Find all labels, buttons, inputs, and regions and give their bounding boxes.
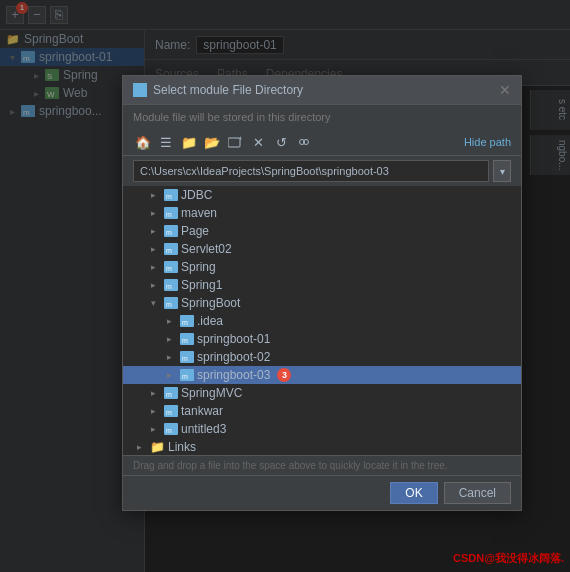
- tree-label-springboot02: springboot-02: [197, 350, 270, 364]
- tree-item-jdbc[interactable]: ▸ m JDBC: [123, 186, 521, 204]
- cancel-button[interactable]: Cancel: [444, 482, 511, 504]
- path-input-row: ▾: [123, 156, 521, 186]
- chevron-right-icon: ▸: [151, 208, 161, 218]
- module-file-icon: m: [164, 387, 178, 399]
- module-file-icon: m: [164, 405, 178, 417]
- selected-badge: 3: [277, 368, 291, 382]
- modal-footer: OK Cancel: [123, 475, 521, 510]
- svg-text:+: +: [238, 135, 242, 143]
- tree-label-spring1: Spring1: [181, 278, 222, 292]
- tree-label-jdbc: JDBC: [181, 188, 212, 202]
- chevron-right-icon: ▸: [151, 244, 161, 254]
- tree-label-springboot03: springboot-03: [197, 368, 270, 382]
- delete-button[interactable]: ✕: [248, 133, 268, 151]
- hide-path-button[interactable]: Hide path: [464, 136, 511, 148]
- tree-item-untitled3[interactable]: ▸ m untitled3: [123, 420, 521, 438]
- tree-item-idea[interactable]: ▸ m .idea: [123, 312, 521, 330]
- svg-text:m: m: [182, 337, 188, 344]
- modal-toolbar: 🏠 ☰ 📁 📂 + ✕ ↺ Hide path: [123, 129, 521, 156]
- watermark: CSDN@我没得冰阔落.: [453, 551, 564, 566]
- tree-item-links[interactable]: ▸ 📁 Links: [123, 438, 521, 456]
- path-input[interactable]: [133, 160, 489, 182]
- folder-icon: 📁: [150, 440, 165, 454]
- ok-button[interactable]: OK: [390, 482, 437, 504]
- modal-title-bar: Select module File Directory ✕: [123, 76, 521, 105]
- modal-dialog: Select module File Directory ✕ Module fi…: [122, 75, 522, 511]
- file-tree[interactable]: ▸ m JDBC ▸ m maven ▸ m Page ▸ m Servlet0…: [123, 186, 521, 456]
- path-dropdown-button[interactable]: ▾: [493, 160, 511, 182]
- chevron-right-icon: ▸: [167, 334, 177, 344]
- module-file-icon: m: [164, 261, 178, 273]
- svg-text:m: m: [182, 319, 188, 326]
- tree-item-springboot[interactable]: ▾ m SpringBoot: [123, 294, 521, 312]
- module-file-icon: m: [164, 243, 178, 255]
- tree-label-servlet02: Servlet02: [181, 242, 232, 256]
- tree-item-springmvc[interactable]: ▸ m SpringMVC: [123, 384, 521, 402]
- tree-label-springmvc: SpringMVC: [181, 386, 242, 400]
- svg-text:m: m: [182, 355, 188, 362]
- chevron-right-icon: ▸: [137, 442, 147, 452]
- tree-item-springboot03[interactable]: ▸ m springboot-03 3: [123, 366, 521, 384]
- chevron-right-icon: ▸: [151, 262, 161, 272]
- modal-subtitle: Module file will be stored in this direc…: [123, 105, 521, 129]
- svg-text:m: m: [166, 247, 172, 254]
- svg-text:m: m: [166, 409, 172, 416]
- home-button[interactable]: 🏠: [133, 133, 153, 151]
- chevron-right-icon: ▸: [151, 280, 161, 290]
- chevron-right-icon: ▸: [151, 190, 161, 200]
- tree-label-links: Links: [168, 440, 196, 454]
- tree-item-servlet02[interactable]: ▸ m Servlet02: [123, 240, 521, 258]
- tree-label-springboot01: springboot-01: [197, 332, 270, 346]
- svg-text:m: m: [166, 265, 172, 272]
- tree-item-page[interactable]: ▸ m Page: [123, 222, 521, 240]
- chevron-right-icon: ▸: [151, 424, 161, 434]
- tree-item-springboot01[interactable]: ▸ m springboot-01: [123, 330, 521, 348]
- tree-label-tankwar: tankwar: [181, 404, 223, 418]
- tree-label-idea: .idea: [197, 314, 223, 328]
- tree-label-page: Page: [181, 224, 209, 238]
- module-file-icon: m: [164, 297, 178, 309]
- module-file-icon: m: [164, 279, 178, 291]
- folder-button[interactable]: 📁: [179, 133, 199, 151]
- svg-text:m: m: [166, 193, 172, 200]
- svg-text:m: m: [166, 229, 172, 236]
- tree-label-springboot: SpringBoot: [181, 296, 240, 310]
- chevron-right-icon: ▸: [151, 406, 161, 416]
- module-file-icon: m: [180, 351, 194, 363]
- chevron-down-icon: ▾: [151, 298, 161, 308]
- modal-file-icon: [133, 83, 147, 97]
- tree-label-untitled3: untitled3: [181, 422, 226, 436]
- chevron-right-icon: ▸: [167, 370, 177, 380]
- svg-text:m: m: [166, 391, 172, 398]
- svg-text:m: m: [182, 373, 188, 380]
- tree-item-spring[interactable]: ▸ m Spring: [123, 258, 521, 276]
- modal-close-button[interactable]: ✕: [499, 82, 511, 98]
- chevron-right-icon: ▸: [167, 352, 177, 362]
- tree-item-maven[interactable]: ▸ m maven: [123, 204, 521, 222]
- module-file-icon: m: [164, 207, 178, 219]
- new-folder-button[interactable]: +: [225, 133, 245, 151]
- svg-text:m: m: [166, 301, 172, 308]
- folder-open-button[interactable]: 📂: [202, 133, 222, 151]
- refresh-button[interactable]: ↺: [271, 133, 291, 151]
- svg-text:m: m: [166, 211, 172, 218]
- tree-label-maven: maven: [181, 206, 217, 220]
- module-file-icon: m: [180, 333, 194, 345]
- module-file-icon: m: [164, 225, 178, 237]
- chevron-right-icon: ▸: [167, 316, 177, 326]
- svg-text:m: m: [166, 283, 172, 290]
- module-file-icon: m: [180, 315, 194, 327]
- module-file-icon: m: [164, 189, 178, 201]
- svg-text:m: m: [166, 427, 172, 434]
- tree-item-springboot02[interactable]: ▸ m springboot-02: [123, 348, 521, 366]
- drag-hint: Drag and drop a file into the space abov…: [123, 456, 521, 475]
- module-file-icon: m: [164, 423, 178, 435]
- tree-item-spring1[interactable]: ▸ m Spring1: [123, 276, 521, 294]
- chevron-right-icon: ▸: [151, 388, 161, 398]
- list-view-button[interactable]: ☰: [156, 133, 176, 151]
- tree-item-tankwar[interactable]: ▸ m tankwar: [123, 402, 521, 420]
- link-button[interactable]: [294, 133, 314, 151]
- chevron-right-icon: ▸: [151, 226, 161, 236]
- modal-title: Select module File Directory: [133, 83, 303, 97]
- tree-label-spring: Spring: [181, 260, 216, 274]
